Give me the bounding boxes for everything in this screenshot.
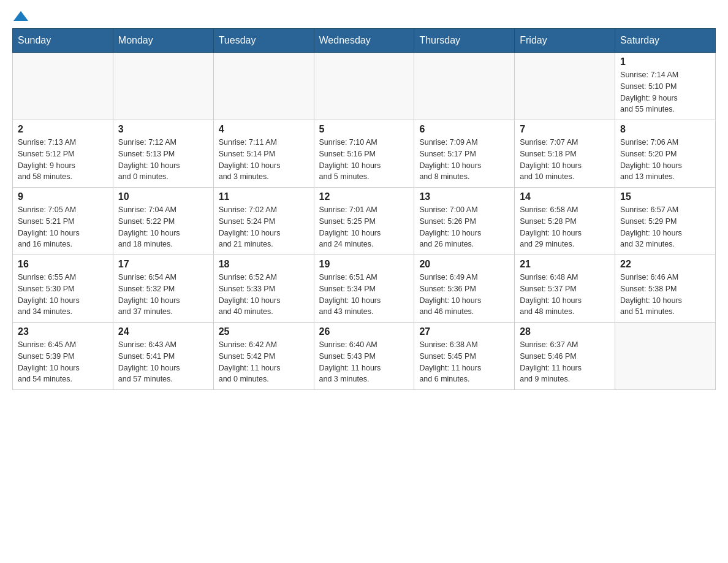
day-number: 23 bbox=[18, 326, 108, 337]
calendar-week-row: 1Sunrise: 7:14 AM Sunset: 5:10 PM Daylig… bbox=[13, 53, 716, 120]
day-info: Sunrise: 6:38 AM Sunset: 5:45 PM Dayligh… bbox=[419, 339, 509, 385]
day-number: 12 bbox=[319, 191, 409, 202]
calendar-day-cell: 12Sunrise: 7:01 AM Sunset: 5:25 PM Dayli… bbox=[314, 188, 414, 255]
day-info: Sunrise: 6:43 AM Sunset: 5:41 PM Dayligh… bbox=[118, 339, 208, 385]
weekday-header: Tuesday bbox=[213, 29, 314, 53]
day-info: Sunrise: 6:45 AM Sunset: 5:39 PM Dayligh… bbox=[18, 339, 108, 385]
logo-flag-icon bbox=[13, 11, 28, 21]
day-number: 10 bbox=[118, 191, 208, 202]
weekday-header: Thursday bbox=[414, 29, 515, 53]
day-number: 28 bbox=[520, 326, 610, 337]
day-info: Sunrise: 7:05 AM Sunset: 5:21 PM Dayligh… bbox=[18, 204, 108, 250]
calendar-day-cell bbox=[414, 53, 515, 120]
calendar-week-row: 23Sunrise: 6:45 AM Sunset: 5:39 PM Dayli… bbox=[13, 323, 716, 390]
day-info: Sunrise: 7:07 AM Sunset: 5:18 PM Dayligh… bbox=[520, 137, 610, 183]
day-info: Sunrise: 6:57 AM Sunset: 5:29 PM Dayligh… bbox=[620, 204, 710, 250]
calendar-day-cell: 4Sunrise: 7:11 AM Sunset: 5:14 PM Daylig… bbox=[213, 120, 314, 188]
calendar-day-cell: 8Sunrise: 7:06 AM Sunset: 5:20 PM Daylig… bbox=[615, 120, 716, 188]
calendar-week-row: 9Sunrise: 7:05 AM Sunset: 5:21 PM Daylig… bbox=[13, 188, 716, 255]
weekday-header: Sunday bbox=[13, 29, 113, 53]
day-number: 24 bbox=[118, 326, 208, 337]
calendar-day-cell: 15Sunrise: 6:57 AM Sunset: 5:29 PM Dayli… bbox=[615, 188, 716, 255]
calendar-day-cell: 23Sunrise: 6:45 AM Sunset: 5:39 PM Dayli… bbox=[13, 323, 113, 390]
day-number: 20 bbox=[419, 259, 509, 270]
weekday-header: Saturday bbox=[615, 29, 716, 53]
day-info: Sunrise: 7:06 AM Sunset: 5:20 PM Dayligh… bbox=[620, 137, 710, 183]
day-number: 15 bbox=[620, 191, 710, 202]
day-number: 9 bbox=[18, 191, 108, 202]
calendar-day-cell: 24Sunrise: 6:43 AM Sunset: 5:41 PM Dayli… bbox=[113, 323, 213, 390]
day-info: Sunrise: 7:02 AM Sunset: 5:24 PM Dayligh… bbox=[219, 204, 309, 250]
logo bbox=[12, 12, 28, 22]
day-number: 19 bbox=[319, 259, 409, 270]
day-info: Sunrise: 6:46 AM Sunset: 5:38 PM Dayligh… bbox=[620, 272, 710, 318]
weekday-header: Friday bbox=[515, 29, 615, 53]
day-info: Sunrise: 7:12 AM Sunset: 5:13 PM Dayligh… bbox=[118, 137, 208, 183]
day-number: 11 bbox=[219, 191, 309, 202]
page-header bbox=[12, 12, 716, 22]
calendar-day-cell: 6Sunrise: 7:09 AM Sunset: 5:17 PM Daylig… bbox=[414, 120, 515, 188]
day-info: Sunrise: 6:49 AM Sunset: 5:36 PM Dayligh… bbox=[419, 272, 509, 318]
day-number: 26 bbox=[319, 326, 409, 337]
calendar-day-cell bbox=[13, 53, 113, 120]
calendar-day-cell: 27Sunrise: 6:38 AM Sunset: 5:45 PM Dayli… bbox=[414, 323, 515, 390]
day-info: Sunrise: 6:58 AM Sunset: 5:28 PM Dayligh… bbox=[520, 204, 610, 250]
day-info: Sunrise: 6:51 AM Sunset: 5:34 PM Dayligh… bbox=[319, 272, 409, 318]
day-info: Sunrise: 6:48 AM Sunset: 5:37 PM Dayligh… bbox=[520, 272, 610, 318]
day-number: 17 bbox=[118, 259, 208, 270]
calendar-day-cell bbox=[615, 323, 716, 390]
calendar-day-cell: 10Sunrise: 7:04 AM Sunset: 5:22 PM Dayli… bbox=[113, 188, 213, 255]
calendar-day-cell bbox=[314, 53, 414, 120]
day-number: 2 bbox=[18, 124, 108, 135]
calendar-day-cell: 13Sunrise: 7:00 AM Sunset: 5:26 PM Dayli… bbox=[414, 188, 515, 255]
day-info: Sunrise: 6:42 AM Sunset: 5:42 PM Dayligh… bbox=[219, 339, 309, 385]
day-info: Sunrise: 7:13 AM Sunset: 5:12 PM Dayligh… bbox=[18, 137, 108, 183]
day-number: 27 bbox=[419, 326, 509, 337]
calendar-day-cell: 1Sunrise: 7:14 AM Sunset: 5:10 PM Daylig… bbox=[615, 53, 716, 120]
day-number: 16 bbox=[18, 259, 108, 270]
day-info: Sunrise: 6:37 AM Sunset: 5:46 PM Dayligh… bbox=[520, 339, 610, 385]
day-info: Sunrise: 7:01 AM Sunset: 5:25 PM Dayligh… bbox=[319, 204, 409, 250]
calendar-day-cell: 11Sunrise: 7:02 AM Sunset: 5:24 PM Dayli… bbox=[213, 188, 314, 255]
calendar-day-cell: 20Sunrise: 6:49 AM Sunset: 5:36 PM Dayli… bbox=[414, 255, 515, 323]
day-number: 6 bbox=[419, 124, 509, 135]
day-number: 25 bbox=[219, 326, 309, 337]
calendar-day-cell: 16Sunrise: 6:55 AM Sunset: 5:30 PM Dayli… bbox=[13, 255, 113, 323]
calendar-week-row: 16Sunrise: 6:55 AM Sunset: 5:30 PM Dayli… bbox=[13, 255, 716, 323]
day-info: Sunrise: 6:52 AM Sunset: 5:33 PM Dayligh… bbox=[219, 272, 309, 318]
day-info: Sunrise: 6:55 AM Sunset: 5:30 PM Dayligh… bbox=[18, 272, 108, 318]
day-info: Sunrise: 7:11 AM Sunset: 5:14 PM Dayligh… bbox=[219, 137, 309, 183]
calendar-day-cell: 9Sunrise: 7:05 AM Sunset: 5:21 PM Daylig… bbox=[13, 188, 113, 255]
day-info: Sunrise: 7:04 AM Sunset: 5:22 PM Dayligh… bbox=[118, 204, 208, 250]
day-info: Sunrise: 6:54 AM Sunset: 5:32 PM Dayligh… bbox=[118, 272, 208, 318]
calendar-day-cell: 26Sunrise: 6:40 AM Sunset: 5:43 PM Dayli… bbox=[314, 323, 414, 390]
day-info: Sunrise: 6:40 AM Sunset: 5:43 PM Dayligh… bbox=[319, 339, 409, 385]
calendar-day-cell bbox=[213, 53, 314, 120]
day-number: 13 bbox=[419, 191, 509, 202]
calendar-day-cell bbox=[113, 53, 213, 120]
calendar-day-cell: 7Sunrise: 7:07 AM Sunset: 5:18 PM Daylig… bbox=[515, 120, 615, 188]
calendar-day-cell: 19Sunrise: 6:51 AM Sunset: 5:34 PM Dayli… bbox=[314, 255, 414, 323]
calendar-day-cell: 17Sunrise: 6:54 AM Sunset: 5:32 PM Dayli… bbox=[113, 255, 213, 323]
day-info: Sunrise: 7:10 AM Sunset: 5:16 PM Dayligh… bbox=[319, 137, 409, 183]
weekday-header: Wednesday bbox=[314, 29, 414, 53]
day-number: 3 bbox=[118, 124, 208, 135]
day-number: 1 bbox=[620, 56, 710, 67]
day-number: 22 bbox=[620, 259, 710, 270]
day-number: 14 bbox=[520, 191, 610, 202]
day-number: 5 bbox=[319, 124, 409, 135]
day-number: 8 bbox=[620, 124, 710, 135]
calendar-day-cell: 28Sunrise: 6:37 AM Sunset: 5:46 PM Dayli… bbox=[515, 323, 615, 390]
day-info: Sunrise: 7:09 AM Sunset: 5:17 PM Dayligh… bbox=[419, 137, 509, 183]
calendar-header-row: SundayMondayTuesdayWednesdayThursdayFrid… bbox=[13, 29, 716, 53]
day-number: 18 bbox=[219, 259, 309, 270]
day-number: 7 bbox=[520, 124, 610, 135]
weekday-header: Monday bbox=[113, 29, 213, 53]
calendar-day-cell: 25Sunrise: 6:42 AM Sunset: 5:42 PM Dayli… bbox=[213, 323, 314, 390]
day-info: Sunrise: 7:00 AM Sunset: 5:26 PM Dayligh… bbox=[419, 204, 509, 250]
calendar-day-cell: 14Sunrise: 6:58 AM Sunset: 5:28 PM Dayli… bbox=[515, 188, 615, 255]
calendar-day-cell bbox=[515, 53, 615, 120]
day-number: 21 bbox=[520, 259, 610, 270]
calendar-day-cell: 2Sunrise: 7:13 AM Sunset: 5:12 PM Daylig… bbox=[13, 120, 113, 188]
calendar-day-cell: 5Sunrise: 7:10 AM Sunset: 5:16 PM Daylig… bbox=[314, 120, 414, 188]
